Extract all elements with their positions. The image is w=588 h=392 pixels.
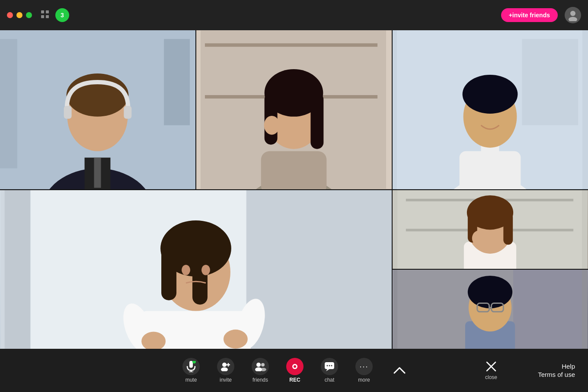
svg-rect-60: [503, 212, 513, 244]
video-grid: [0, 30, 588, 349]
svg-rect-2: [41, 15, 44, 18]
titlebar: 3 +invite friends: [0, 0, 588, 30]
more-button[interactable]: ··· more: [348, 354, 380, 386]
terms-link[interactable]: Terms of use: [538, 371, 575, 378]
svg-rect-36: [5, 190, 31, 349]
svg-rect-25: [310, 93, 323, 149]
avatar[interactable]: [565, 7, 581, 23]
svg-rect-0: [41, 10, 44, 13]
svg-rect-18: [205, 43, 377, 47]
svg-point-77: [221, 367, 228, 371]
video-tile-2: [196, 30, 392, 189]
video-tile-3: [393, 30, 588, 189]
more-label: more: [358, 377, 370, 383]
mute-button[interactable]: mute: [176, 354, 207, 386]
svg-point-85: [294, 365, 296, 368]
svg-rect-1: [46, 10, 49, 13]
close-window-btn[interactable]: [7, 12, 13, 18]
grid-icon: [41, 10, 49, 21]
svg-rect-8: [0, 39, 17, 168]
more-icon: ···: [355, 358, 373, 375]
minimize-window-btn[interactable]: [16, 12, 22, 18]
friends-button[interactable]: friends: [245, 354, 276, 386]
svg-rect-29: [522, 39, 578, 125]
close-area: close: [485, 360, 497, 380]
invite-button[interactable]: invite: [210, 354, 241, 386]
svg-marker-87: [326, 369, 329, 371]
chat-button[interactable]: chat: [314, 354, 345, 386]
rec-label: REC: [289, 377, 300, 383]
help-link[interactable]: Help: [562, 363, 575, 370]
svg-point-82: [261, 363, 265, 367]
svg-rect-64: [513, 270, 582, 349]
svg-rect-13: [124, 106, 131, 119]
svg-rect-7: [164, 39, 190, 125]
rec-icon: [286, 358, 304, 375]
invite-friends-button[interactable]: +invite friends: [501, 8, 558, 22]
video-tile-6: [393, 270, 588, 349]
svg-point-50: [201, 265, 210, 275]
svg-rect-47: [161, 248, 176, 300]
svg-point-5: [569, 17, 577, 21]
close-button[interactable]: close: [485, 360, 497, 380]
svg-point-89: [329, 365, 330, 367]
window-controls: [7, 12, 32, 18]
invite-label: invite: [220, 377, 232, 383]
svg-rect-3: [46, 15, 49, 18]
toolbar: mute invite: [0, 349, 588, 392]
svg-point-68: [468, 276, 512, 308]
close-label: close: [485, 374, 497, 380]
video-tile-4-active-speaker: [0, 190, 392, 349]
svg-point-75: [192, 361, 196, 363]
svg-point-61: [472, 230, 486, 246]
svg-point-49: [182, 265, 190, 275]
svg-point-76: [222, 363, 227, 367]
svg-rect-38: [246, 190, 392, 349]
video-tile-1: [0, 30, 195, 189]
svg-point-34: [463, 75, 518, 114]
invite-icon: [217, 358, 234, 375]
toolbar-center: mute invite: [176, 354, 412, 386]
svg-point-80: [256, 363, 261, 367]
svg-point-83: [260, 368, 266, 371]
mute-label: mute: [185, 377, 197, 383]
rec-button[interactable]: REC: [279, 354, 310, 386]
svg-rect-48: [192, 248, 208, 304]
video-right-bottom-column: [393, 190, 588, 349]
svg-point-4: [570, 11, 575, 16]
chat-icon: [321, 358, 338, 375]
friends-label: friends: [252, 377, 268, 383]
expand-button[interactable]: [387, 363, 412, 378]
svg-rect-15: [94, 158, 101, 188]
svg-rect-12: [64, 106, 72, 119]
notification-badge[interactable]: 3: [55, 8, 69, 22]
friends-icon: [252, 358, 269, 375]
help-terms-area: Help Terms of use: [538, 363, 575, 378]
mute-icon: [182, 358, 200, 375]
chat-label: chat: [325, 377, 335, 383]
svg-point-26: [264, 116, 280, 135]
svg-point-90: [331, 365, 332, 367]
svg-point-88: [327, 365, 328, 367]
svg-rect-21: [261, 151, 327, 189]
svg-rect-72: [189, 361, 193, 368]
svg-point-44: [224, 329, 248, 348]
maximize-window-btn[interactable]: [26, 12, 32, 18]
video-tile-5: [393, 190, 588, 269]
